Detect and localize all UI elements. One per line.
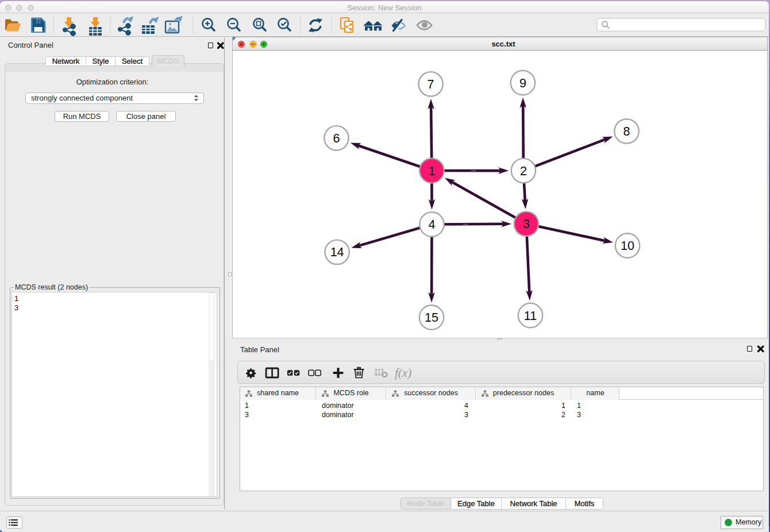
svg-text:7: 7 — [428, 78, 434, 91]
svg-text:11: 11 — [524, 309, 537, 323]
svg-text:15: 15 — [425, 311, 438, 325]
svg-text:10: 10 — [621, 239, 634, 253]
svg-text:8: 8 — [623, 125, 630, 138]
svg-text:2: 2 — [520, 164, 527, 178]
svg-text:14: 14 — [330, 245, 344, 259]
svg-text:1: 1 — [428, 164, 435, 178]
svg-text:9: 9 — [519, 76, 526, 90]
svg-text:3: 3 — [523, 217, 530, 231]
svg-text:f(x): f(x) — [395, 366, 411, 380]
svg-text:4: 4 — [429, 218, 436, 232]
svg-text:6: 6 — [333, 132, 340, 145]
